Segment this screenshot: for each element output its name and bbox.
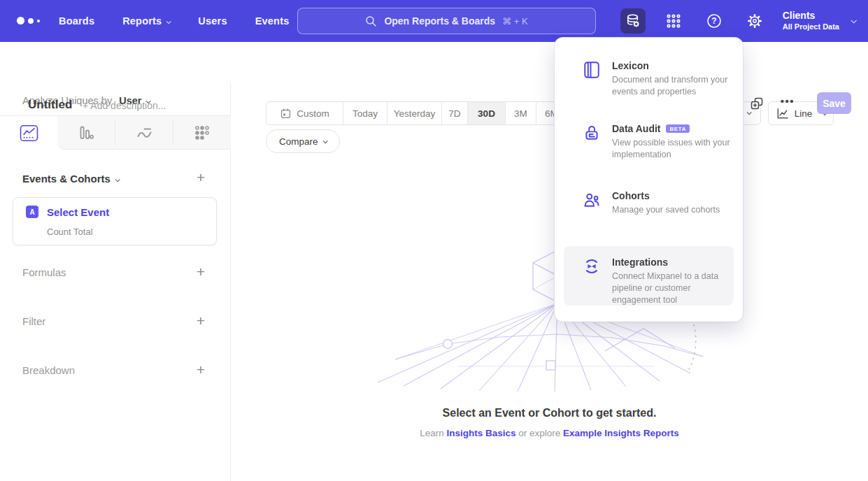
nav-item-reports-label: Reports [122,15,162,27]
search-shortcut: ⌘ + K [502,16,528,27]
data-management-menu: Lexicon Document and transform your even… [555,38,743,322]
empty-state-middle: or explore [515,428,563,438]
save-button[interactable]: Save [817,92,851,114]
svg-text:?: ? [711,16,716,26]
integrations-sync-icon [583,257,601,275]
more-options-button[interactable]: ••• [778,95,797,107]
bar-chart-tab-icon [78,124,94,141]
duplicate-icon [750,96,764,110]
visualization-tabs [0,115,231,149]
project-scope: All Project Data [783,22,839,32]
chevron-down-icon [322,138,327,143]
date-range-30d-selected[interactable]: 30D [468,102,506,124]
tab-retention-grid[interactable] [173,116,231,150]
tab-flow-chart[interactable] [115,116,173,150]
nav-item-events[interactable]: Events [255,15,290,27]
count-total-label[interactable]: Count Total [47,227,93,237]
menu-item-title: Data AuditBETA [612,123,737,134]
formulas-section-label: Formulas [22,266,66,278]
line-chart-tab-icon [20,124,38,142]
database-gear-icon [625,13,641,29]
example-insights-reports-link[interactable]: Example Insights Reports [563,428,679,438]
nav-item-users[interactable]: Users [198,15,227,27]
menu-item-description: Connect Mixpanel to a data pipeline or c… [612,271,734,306]
date-range-yesterday[interactable]: Yesterday [387,102,442,124]
filter-section-label: Filter [22,315,45,327]
lexicon-book-icon [583,61,601,79]
menu-item-title: Integrations [612,257,734,268]
apps-grid-icon [666,13,681,29]
navbar-right-cluster: ? Clients All Project Data [620,0,855,42]
menu-item-cohorts[interactable]: Cohorts Manage your saved cohorts [555,190,743,216]
beta-badge: BETA [666,124,690,133]
add-filter-button[interactable]: + [193,313,208,329]
event-letter-badge: A [26,206,38,218]
insights-basics-link[interactable]: Insights Basics [446,428,515,438]
search-placeholder: Open Reports & Boards [384,15,495,27]
menu-item-title: Lexicon [612,60,737,71]
settings-button[interactable] [742,8,767,34]
mixpanel-logo-icon[interactable] [17,17,40,24]
add-event-button[interactable]: + [193,170,208,185]
nav-item-boards[interactable]: Boards [59,15,94,27]
empty-state-heading: Select an Event or Cohort to get started… [231,407,868,419]
query-sidebar: Analyze Uniques by User [0,84,231,481]
data-management-button[interactable] [620,8,646,34]
menu-item-description: Document and transform your events and p… [612,74,737,98]
chart-type-label: Line [795,108,813,119]
menu-item-description: Manage your saved cohorts [612,204,737,216]
flow-chart-tab-icon [136,124,153,141]
help-icon: ? [706,13,723,29]
chevron-down-icon [166,19,171,24]
date-range-today[interactable]: Today [343,102,387,124]
project-name: Clients [783,10,839,22]
add-description-field[interactable]: + Add description... [83,100,166,111]
breakdown-section-label: Breakdown [22,364,75,376]
add-breakdown-button[interactable]: + [193,362,208,378]
apps-grid-button[interactable] [661,8,686,34]
global-search-input[interactable]: Open Reports & Boards ⌘ + K [297,8,596,34]
compare-label: Compare [279,136,318,147]
report-title[interactable]: Untitled [28,98,72,112]
project-selector[interactable]: Clients All Project Data [783,10,855,31]
menu-item-lexicon[interactable]: Lexicon Document and transform your even… [555,60,743,98]
nav-links: Boards Reports Users Events [59,0,289,42]
add-formula-button[interactable]: + [193,264,208,280]
calendar-icon [280,108,292,120]
menu-item-title: Cohorts [612,190,737,201]
date-range-3m[interactable]: 3M [506,102,536,124]
empty-state-subtext: Learn Insights Basics or explore Example… [231,428,868,438]
select-event-label[interactable]: Select Event [47,206,109,218]
empty-state-prefix: Learn [420,428,446,438]
mixpanel-insights-app: Boards Reports Users Events Open Reports… [0,0,868,481]
main-content: Custom Today Yesterday 7D 30D 3M 6M Comp… [231,84,868,481]
chevron-down-icon [851,17,856,23]
gear-icon [746,13,763,29]
nav-item-reports[interactable]: Reports [122,15,170,27]
search-icon [365,15,377,27]
tab-bar-chart[interactable] [57,116,115,150]
data-audit-lock-icon [583,124,601,142]
data-audit-label: Data Audit [612,123,660,134]
top-navbar: Boards Reports Users Events Open Reports… [0,0,868,42]
duplicate-report-button[interactable] [750,96,764,113]
date-range-custom-label: Custom [297,108,329,119]
date-range-7d[interactable]: 7D [442,102,468,124]
date-range-custom[interactable]: Custom [266,102,343,124]
menu-item-integrations-row: Integrations Connect Mixpanel to a data … [564,257,734,306]
chevron-down-icon [115,177,120,182]
events-cohorts-label: Events & Cohorts [22,173,111,185]
dot-grid-tab-icon [194,124,211,141]
compare-button[interactable]: Compare [266,129,340,153]
help-button[interactable]: ? [702,8,727,34]
menu-item-integrations[interactable]: Integrations Connect Mixpanel to a data … [564,246,734,306]
menu-item-description: View possible issues with your implement… [612,137,737,161]
line-chart-icon [776,107,789,120]
event-card[interactable]: A Select Event Count Total [13,197,217,245]
tab-insights-line[interactable] [0,116,57,150]
cohorts-people-icon [583,191,601,209]
events-cohorts-header[interactable]: Events & Cohorts [22,173,119,185]
menu-item-data-audit[interactable]: Data AuditBETA View possible issues with… [555,123,743,161]
